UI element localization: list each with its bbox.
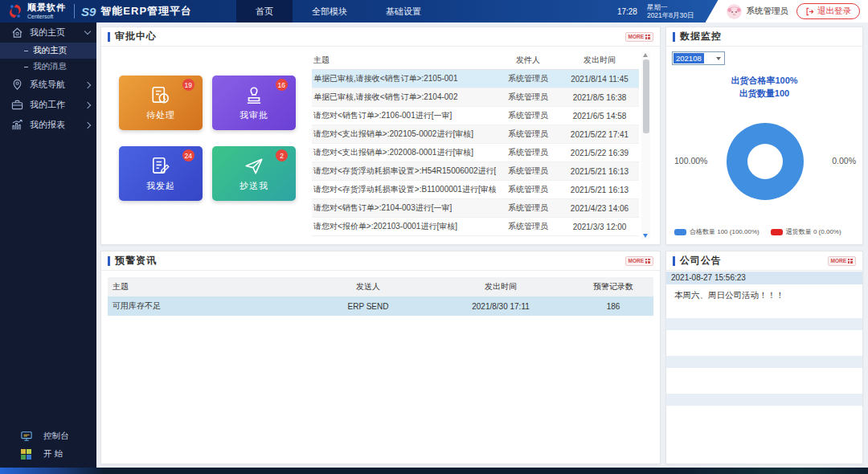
topbar: 顺景软件 Centersoft S9 智能ERP管理平台 首页全部模块基础设置 … [0, 0, 868, 22]
logo-en: Centersoft [27, 14, 66, 19]
row-subject: 单据已审核,请接收<销售订单>:2105-001 [312, 73, 496, 84]
more-grid-icon [848, 259, 853, 264]
logo: 顺景软件 Centersoft S9 智能ERP管理平台 [0, 2, 192, 20]
chevron-right-icon [84, 121, 91, 128]
announce-title: 公司公告 [680, 254, 722, 268]
approval-center-panel: 审批中心 MORE 19待处理16我审批24我发起2抄送我 主题发件人发出时间单… [100, 27, 661, 245]
legend-item: 合格数量 100 (100.00%) [674, 227, 760, 236]
approval-row[interactable]: 请您对<存货浮动耗损率设置>:H54R15006002进行[审核]系统管理员20… [312, 162, 639, 181]
row-subject: 请您对<支出报销单>:202008-0001进行[审核] [312, 147, 496, 158]
tile-label: 待处理 [146, 109, 175, 121]
start-grid-icon [21, 449, 31, 460]
approval-row[interactable]: 请您对<存货浮动耗损率设置>:B11000001进行[审核]系统管理员2021/… [312, 181, 639, 199]
row-time: 2021/6/5 14:58 [560, 112, 639, 121]
sidebar-item[interactable]: 我的报表 [0, 115, 96, 135]
clock: 17:28 [617, 7, 637, 16]
row-subject: 请您对<存货浮动耗损率设置>:B11000001进行[审核] [312, 184, 496, 195]
sidebar-subitem-label: 我的主页 [33, 45, 67, 56]
topbar-tab[interactable]: 全部模块 [293, 0, 366, 22]
sidebar-subitem[interactable]: 我的主页 [0, 43, 96, 59]
tile-label: 我发起 [146, 180, 175, 192]
announce-more-button[interactable]: MORE [828, 256, 857, 266]
approval-scrollbar[interactable] [641, 51, 650, 239]
approval-tile[interactable]: 24我发起 [119, 146, 203, 201]
sidebar-item[interactable]: 我的工作 [0, 95, 96, 115]
scroll-up-icon[interactable] [643, 53, 648, 57]
approval-tile[interactable]: 2抄送我 [212, 146, 296, 201]
scroll-down-icon[interactable] [643, 234, 648, 238]
s9-logo: S9 [81, 5, 96, 18]
row-subject: 请您对<报价单>:202103-0001进行[审核] [312, 221, 496, 232]
row-sender: 系统管理员 [496, 92, 560, 103]
announce-content[interactable]: 本周六、周日公司活动！！！ [666, 284, 862, 312]
alert-sender: ERP SEND [308, 302, 428, 311]
row-sender: 系统管理员 [496, 73, 560, 84]
scroll-thumb[interactable] [643, 59, 649, 133]
logout-button[interactable]: 退出登录 [796, 3, 860, 19]
row-sender: 系统管理员 [496, 221, 560, 232]
alerts-panel: 预警资讯 MORE 主题发送人发出时间预警记录数可用库存不足ERP SEND20… [100, 251, 661, 464]
sidebar-subitem-label: 我的消息 [33, 61, 67, 72]
approval-row[interactable]: 请您对<报价单>:202103-0001进行[审核]系统管理员2021/3/3 … [312, 218, 639, 236]
company-logo-icon [6, 2, 24, 20]
console-monitor-icon [21, 431, 32, 442]
monitor-title: 数据监控 [680, 30, 722, 43]
map-pin-icon [11, 79, 23, 91]
sidebar-console[interactable]: 控制台 [0, 427, 96, 445]
approval-more-button[interactable]: MORE [625, 32, 654, 42]
logo-divider [74, 4, 75, 18]
data-monitor-panel: 数据监控 202108 出货合格率100% 出货数量100 100.00% 0.… [665, 27, 863, 245]
row-sender: 系统管理员 [496, 165, 560, 177]
alert-row[interactable]: 可用库存不足ERP SEND2021/8/30 17:11186 [108, 296, 653, 316]
approval-row[interactable]: 请您对<支出报销单>:202105-0002进行[审核]系统管理员2021/5/… [312, 125, 639, 144]
alerts-more-button[interactable]: MORE [625, 256, 654, 266]
row-time: 2021/3/3 12:00 [560, 223, 639, 231]
approval-row[interactable]: 请您对<销售订单>:2106-001进行[一审]系统管理员2021/6/5 14… [312, 107, 639, 125]
sidebar-item-label: 我的报表 [30, 119, 65, 131]
start-label: 开 始 [43, 448, 63, 460]
topbar-tabs: 首页全部模块基础设置 [236, 0, 440, 22]
approval-tile[interactable]: 19待处理 [119, 76, 203, 130]
announcement-panel: 公司公告 MORE 2021-08-27 15:56:23 本周六、周日公司活动… [665, 251, 863, 464]
approval-row[interactable]: 单据已审核,请接收<销售订单>:2105-001系统管理员2021/8/14 1… [312, 70, 639, 88]
sidebar-start[interactable]: 开 始 [0, 445, 96, 463]
row-subject: 单据已审核,请接收<销售订单>:2104-002 [312, 92, 496, 103]
donut-legend: 合格数量 100 (100.00%)退货数量 0 (0.00%) [674, 227, 841, 236]
more-grid-icon [645, 35, 650, 39]
home-icon [11, 27, 23, 39]
row-subject: 请您对<存货浮动耗损率设置>:H54R15006002进行[审核] [312, 165, 496, 177]
row-subject: 请您对<销售订单>:2106-001进行[一审] [312, 110, 496, 121]
row-time: 2021/5/21 16:13 [560, 167, 639, 176]
row-time: 2021/5/21 16:13 [560, 186, 639, 194]
row-sender: 系统管理员 [496, 184, 560, 195]
logout-label: 退出登录 [817, 6, 851, 17]
legend-label: 合格数量 100 (100.00%) [690, 227, 760, 236]
sidebar-item-label: 系统导航 [30, 79, 65, 91]
ship-qty: 出货数量100 [666, 87, 862, 100]
sidebar-subitem[interactable]: 我的消息 [0, 59, 96, 75]
briefcase-icon [11, 99, 23, 111]
tile-label: 抄送我 [240, 180, 268, 192]
period-value: 202108 [674, 53, 704, 63]
row-time: 2021/8/5 16:38 [560, 93, 639, 102]
username: 系统管理员 [747, 6, 789, 17]
topbar-tab[interactable]: 首页 [236, 0, 293, 22]
chevron-down-icon [716, 57, 721, 60]
sidebar-item[interactable]: 系统导航 [0, 75, 96, 95]
period-select[interactable]: 202108 [672, 51, 725, 65]
approval-tile[interactable]: 16我审批 [212, 76, 296, 130]
approval-row[interactable]: 请您对<支出报销单>:202008-0001进行[审核]系统管理员2021/5/… [312, 144, 639, 162]
chevron-right-icon [84, 101, 91, 108]
approval-table: 主题发件人发出时间单据已审核,请接收<销售订单>:2105-001系统管理员20… [312, 51, 639, 239]
row-sender: 系统管理员 [496, 147, 560, 158]
avatar[interactable] [727, 4, 742, 19]
approval-row[interactable]: 请您对<销售订单>:2104-003进行[一审]系统管理员2021/4/23 1… [312, 199, 639, 218]
approval-table-header: 主题发件人发出时间 [312, 51, 639, 70]
sidebar-item[interactable]: 我的主页 [0, 22, 96, 43]
approval-row[interactable]: 单据已审核,请接收<销售订单>:2104-002系统管理员2021/8/5 16… [312, 88, 639, 107]
topbar-tab[interactable]: 基础设置 [366, 0, 440, 22]
alert-time: 2021/8/30 17:11 [428, 302, 573, 311]
chart-icon [11, 119, 23, 131]
more-grid-icon [645, 259, 650, 264]
donut-chart [727, 123, 804, 200]
